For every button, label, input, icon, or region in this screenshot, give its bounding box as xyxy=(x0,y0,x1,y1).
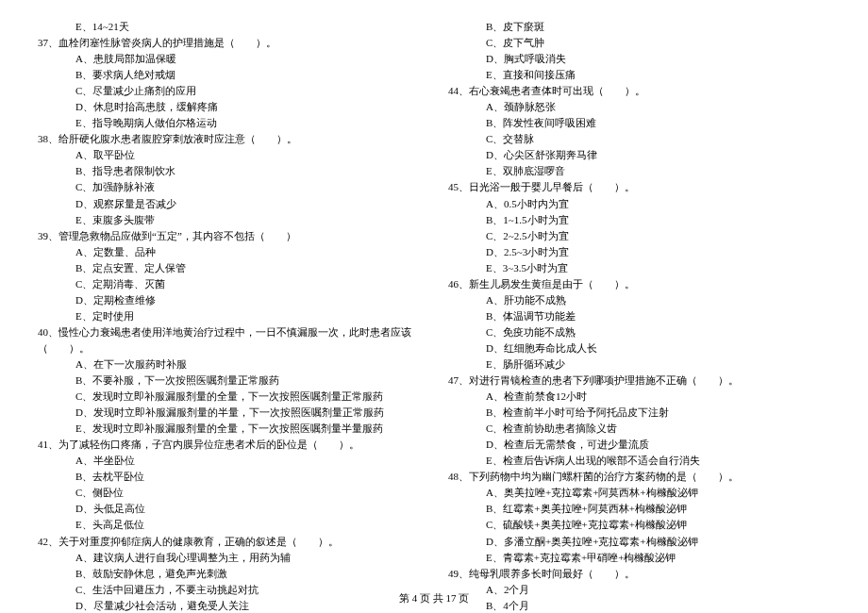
page-footer: 第 4 页 共 17 页 xyxy=(0,591,868,605)
option: C、交替脉 xyxy=(448,131,830,147)
option: E、束腹多头腹带 xyxy=(38,212,420,228)
option: A、取平卧位 xyxy=(38,147,420,163)
question-38: 38、给肝硬化腹水患者腹腔穿刺放液时应注意（ ）。 xyxy=(38,131,420,147)
option: D、头低足高位 xyxy=(38,501,420,517)
option: B、定点安置、定人保管 xyxy=(38,260,420,276)
option: E、发现时立即补服漏服剂量的全量，下一次按照医嘱剂量半量服药 xyxy=(38,421,420,437)
option: E、14~21天 xyxy=(38,19,420,35)
option: D、多潘立酮+奥美拉唑+克拉霉素+枸橼酸泌钾 xyxy=(448,534,830,550)
option: A、肝功能不成熟 xyxy=(448,292,830,308)
option: D、胸式呼吸消失 xyxy=(448,51,830,67)
option: C、检查前协助患者摘除义齿 xyxy=(448,421,830,437)
option: C、发现时立即补服漏服剂量的全量，下一次按照医嘱剂量正常服药 xyxy=(38,389,420,405)
option: D、检查后无需禁食，可进少量流质 xyxy=(448,437,830,453)
question-47: 47、对进行胃镜检查的患者下列哪项护理措施不正确（ ）。 xyxy=(448,373,830,389)
option: C、尽量减少止痛剂的应用 xyxy=(38,83,420,99)
option: C、皮下气肿 xyxy=(448,35,830,51)
option: B、检查前半小时可给予阿托品皮下注射 xyxy=(448,405,830,421)
option: E、指导晚期病人做伯尔格运动 xyxy=(38,115,420,131)
option: A、检查前禁食12小时 xyxy=(448,389,830,405)
option: B、要求病人绝对戒烟 xyxy=(38,67,420,83)
left-column: E、14~21天 37、血栓闭塞性脉管炎病人的护理措施是（ ）。 A、患肢局部加… xyxy=(38,19,420,613)
option: B、体温调节功能差 xyxy=(448,308,830,324)
option: A、奥美拉唑+克拉霉素+阿莫西林+枸橼酸泌钾 xyxy=(448,485,830,501)
option: C、免疫功能不成熟 xyxy=(448,324,830,340)
option: B、去枕平卧位 xyxy=(38,469,420,485)
question-37: 37、血栓闭塞性脉管炎病人的护理措施是（ ）。 xyxy=(38,35,420,51)
question-41: 41、为了减轻伤口疼痛，子宫内膜异位症患者术后的卧位是（ ）。 xyxy=(38,437,420,453)
option: B、1~1.5小时为宜 xyxy=(448,212,830,228)
question-46: 46、新生儿易发生黄疸是由于（ ）。 xyxy=(448,276,830,292)
question-42: 42、关于对重度抑郁症病人的健康教育，正确的叙述是（ ）。 xyxy=(38,534,420,550)
option: E、头高足低位 xyxy=(38,517,420,533)
option: A、半坐卧位 xyxy=(38,453,420,469)
option: D、观察尿量是否减少 xyxy=(38,196,420,212)
option: D、心尖区舒张期奔马律 xyxy=(448,147,830,163)
option: C、硫酸镁+奥美拉唑+克拉霉素+枸橼酸泌钾 xyxy=(448,517,830,533)
question-49: 49、纯母乳喂养多长时间最好（ ）。 xyxy=(448,566,830,582)
option: B、鼓励安静休息，避免声光刺激 xyxy=(38,566,420,582)
option: B、指导患者限制饮水 xyxy=(38,163,420,179)
question-40: 40、慢性心力衰竭患者使用洋地黄治疗过程中，一日不慎漏服一次，此时患者应该（ ）… xyxy=(38,324,420,356)
option: E、定时使用 xyxy=(38,308,420,324)
option: B、红霉素+奥美拉唑+阿莫西林+枸橼酸泌钾 xyxy=(448,501,830,517)
option: E、肠肝循环减少 xyxy=(448,356,830,373)
option: E、直接和间接压痛 xyxy=(448,67,830,83)
option: D、定期检查维修 xyxy=(38,292,420,308)
page-content: E、14~21天 37、血栓闭塞性脉管炎病人的护理措施是（ ）。 A、患肢局部加… xyxy=(0,0,868,613)
option: B、不要补服，下一次按照医嘱剂量正常服药 xyxy=(38,373,420,389)
option: A、0.5小时内为宜 xyxy=(448,196,830,212)
option: C、侧卧位 xyxy=(38,485,420,501)
option: D、红细胞寿命比成人长 xyxy=(448,340,830,356)
option: A、患肢局部加温保暖 xyxy=(38,51,420,67)
option: B、皮下瘀斑 xyxy=(448,19,830,35)
right-column: B、皮下瘀斑 C、皮下气肿 D、胸式呼吸消失 E、直接和间接压痛 44、右心衰竭… xyxy=(448,19,830,613)
option: E、检查后告诉病人出现的喉部不适会自行消失 xyxy=(448,453,830,469)
option: A、建议病人进行自我心理调整为主，用药为辅 xyxy=(38,550,420,566)
option: D、休息时抬高患肢，缓解疼痛 xyxy=(38,99,420,115)
option: B、阵发性夜间呼吸困难 xyxy=(448,115,830,131)
option: D、发现时立即补服漏服剂量的半量，下一次按照医嘱剂量正常服药 xyxy=(38,405,420,421)
question-39: 39、管理急救物品应做到“五定”，其内容不包括（ ） xyxy=(38,228,420,244)
option: E、青霉素+克拉霉素+甲硝唑+枸橼酸泌钾 xyxy=(448,550,830,566)
option: A、定数量、品种 xyxy=(38,244,420,260)
question-45: 45、日光浴一般于婴儿早餐后（ ）。 xyxy=(448,179,830,195)
option: E、双肺底湿啰音 xyxy=(448,163,830,179)
option: A、在下一次服药时补服 xyxy=(38,356,420,373)
option: A、颈静脉怒张 xyxy=(448,99,830,115)
option: C、2~2.5小时为宜 xyxy=(448,228,830,244)
option: E、3~3.5小时为宜 xyxy=(448,260,830,276)
option: C、定期消毒、灭菌 xyxy=(38,276,420,292)
option: D、2.5~3小时为宜 xyxy=(448,244,830,260)
option: C、加强静脉补液 xyxy=(38,179,420,195)
question-44: 44、右心衰竭患者查体时可出现（ ）。 xyxy=(448,83,830,99)
question-48: 48、下列药物中均为幽门螺杆菌的治疗方案药物的是（ ）。 xyxy=(448,469,830,485)
